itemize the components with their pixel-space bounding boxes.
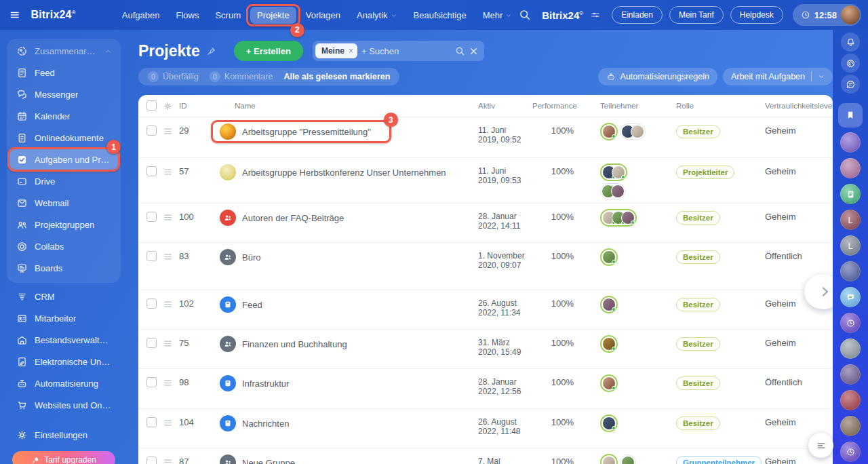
drag-handle-icon[interactable] xyxy=(163,212,173,223)
cat-avatar[interactable] xyxy=(840,339,861,359)
nav-mehr[interactable]: Mehr xyxy=(476,7,519,24)
group-name-link[interactable]: Arbeitsgruppe "Pressemitteilung" xyxy=(242,127,371,137)
clear-search-icon[interactable] xyxy=(469,46,479,56)
row-checkbox[interactable] xyxy=(146,417,157,427)
role-badge[interactable]: Besitzer xyxy=(676,250,720,264)
participants-more[interactable] xyxy=(620,455,636,464)
my-plan-button[interactable]: Mein Tarif xyxy=(669,6,724,24)
menu-icon[interactable] xyxy=(9,8,20,22)
nav-aufgaben[interactable]: Aufgaben xyxy=(115,7,167,24)
role-badge[interactable]: Besitzer xyxy=(676,417,720,430)
sidebar-item-boards[interactable]: Boards xyxy=(9,257,118,279)
participant-avatar[interactable] xyxy=(621,456,635,464)
chat-history-icon[interactable] xyxy=(841,75,860,94)
nav-flows[interactable]: Flows xyxy=(170,7,206,24)
search-bar[interactable]: Meine × xyxy=(313,41,484,61)
group-avatar[interactable] xyxy=(220,455,236,464)
helpdesk-button[interactable]: Helpdesk xyxy=(730,6,783,24)
clock-avatar[interactable] xyxy=(840,442,861,462)
group-name-link[interactable]: Infrastruktur xyxy=(242,379,289,389)
participants-ring[interactable] xyxy=(600,454,618,464)
bell-icon[interactable] xyxy=(841,33,860,52)
role-badge[interactable]: Besitzer xyxy=(676,211,720,225)
sidebar-item-aufgaben-und-projek[interactable]: Aufgaben und Projek...1 xyxy=(9,149,118,170)
search-input[interactable] xyxy=(357,46,452,56)
sidebar-item-messenger[interactable]: Messenger xyxy=(9,83,118,105)
role-badge[interactable]: Besitzer xyxy=(676,125,720,138)
sidebar-item-websites-und-onlines[interactable]: Websites und Onlines... xyxy=(9,394,118,416)
participant-avatar[interactable] xyxy=(602,298,616,311)
row-checkbox[interactable] xyxy=(146,457,157,464)
upgrade-plan-button[interactable]: Tarif upgraden xyxy=(12,451,115,464)
girl-avatar[interactable] xyxy=(840,158,861,178)
participants-ring[interactable] xyxy=(600,209,637,227)
column-performance[interactable]: Performance xyxy=(532,102,583,110)
pin-icon[interactable] xyxy=(206,46,216,56)
sidebar-item-drive[interactable]: Drive xyxy=(9,170,118,192)
participant-avatar[interactable] xyxy=(602,417,616,430)
participants-ring[interactable] xyxy=(600,296,618,313)
participant-avatar[interactable] xyxy=(621,211,635,225)
row-checkbox[interactable] xyxy=(146,298,157,309)
chip-remove-icon[interactable]: × xyxy=(349,46,353,56)
time-tracker[interactable]: 12:58 xyxy=(793,4,861,26)
sidebar-item-webmail[interactable]: Webmail xyxy=(9,192,118,214)
group-name-link[interactable]: Finanzen und Buchhaltung xyxy=(242,339,347,349)
work-with-tasks-button[interactable]: Arbeit mit Aufgaben xyxy=(723,68,833,85)
role-badge[interactable]: Besitzer xyxy=(676,337,720,351)
column-id[interactable]: ID xyxy=(179,102,220,110)
flower-avatar[interactable] xyxy=(840,390,861,410)
drag-handle-icon[interactable] xyxy=(163,378,173,388)
nav-analytik[interactable]: Analytik xyxy=(350,7,404,24)
participant-avatar[interactable] xyxy=(611,185,625,198)
participant-avatar[interactable] xyxy=(602,376,616,390)
participants-ring[interactable] xyxy=(600,248,618,266)
drag-handle-icon[interactable] xyxy=(163,418,173,428)
role-badge[interactable]: Besitzer xyxy=(676,298,720,311)
sidebar-item-projektgruppen[interactable]: Projektgruppen xyxy=(9,214,118,235)
sidebar-item-elektronische-untersc[interactable]: Elektronische Untersc... xyxy=(9,351,118,372)
mark-all-read-button[interactable]: Alle als gelesen markieren xyxy=(283,72,390,81)
column-teilnehmer[interactable]: Teilnehmer xyxy=(583,102,668,110)
sliders-icon[interactable] xyxy=(590,9,601,20)
participants-more[interactable] xyxy=(620,123,646,140)
group-name-link[interactable]: Autoren der FAQ-Beiträge xyxy=(242,213,344,223)
invite-button[interactable]: Einladen xyxy=(612,6,663,24)
search-icon[interactable] xyxy=(519,9,531,21)
drag-handle-icon[interactable] xyxy=(163,167,173,177)
nav-vorlagen[interactable]: Vorlagen xyxy=(299,7,347,24)
clock-avatar[interactable] xyxy=(840,313,861,333)
drag-handle-icon[interactable] xyxy=(163,126,173,136)
couple-avatar[interactable] xyxy=(840,132,861,153)
participants-ring[interactable] xyxy=(600,163,627,181)
sidebar-section-zusammenarbeit[interactable]: Zusammenarbeit xyxy=(9,40,118,62)
portal-name[interactable]: Bitrix24® xyxy=(542,9,583,21)
list-settings-button[interactable] xyxy=(808,433,833,458)
participants-ring[interactable] xyxy=(600,414,618,432)
row-checkbox[interactable] xyxy=(146,338,157,348)
role-badge[interactable]: Projektleiter xyxy=(676,166,734,179)
group-name-link[interactable]: Neue Gruppe xyxy=(242,458,295,464)
participants-ring[interactable] xyxy=(600,374,618,392)
drag-handle-icon[interactable] xyxy=(163,457,173,464)
row-checkbox[interactable] xyxy=(146,212,157,222)
row-checkbox[interactable] xyxy=(146,125,157,136)
group-avatar[interactable] xyxy=(220,249,236,265)
participant-avatar[interactable] xyxy=(602,456,616,464)
letter-avatar[interactable]: L xyxy=(840,210,861,230)
role-badge[interactable]: Besitzer xyxy=(676,376,720,390)
participant-avatar[interactable] xyxy=(602,125,616,138)
document-avatar[interactable] xyxy=(840,184,861,204)
group-avatar[interactable] xyxy=(840,416,861,436)
group-avatar[interactable] xyxy=(220,164,236,180)
column-rolle[interactable]: Rolle xyxy=(668,102,760,110)
person-avatar[interactable] xyxy=(840,364,861,385)
sidebar-item-crm[interactable]: CRM xyxy=(9,286,118,307)
nav-projekte[interactable]: Projekte2 xyxy=(250,7,296,24)
column-aktiv[interactable]: Aktiv xyxy=(478,102,532,110)
participant-avatar[interactable] xyxy=(631,125,644,138)
participant-avatar[interactable] xyxy=(612,166,625,179)
copilot-icon[interactable] xyxy=(841,54,860,73)
search-icon[interactable] xyxy=(455,46,465,56)
participant-avatar[interactable] xyxy=(602,250,616,264)
